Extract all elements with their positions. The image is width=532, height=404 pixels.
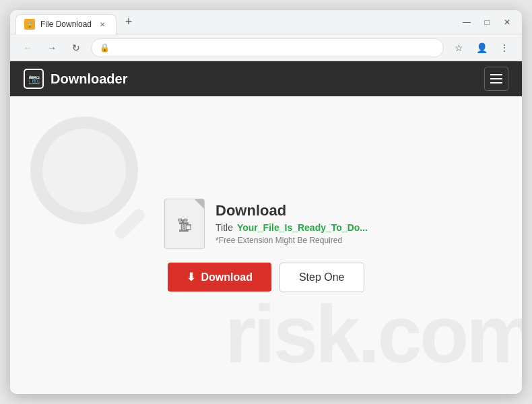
file-title-heading: Download — [215, 202, 368, 220]
window-controls: — □ ✕ — [457, 13, 517, 32]
download-button[interactable]: ⬇ Download — [168, 263, 271, 292]
file-details: Download Title Your_File_Is_Ready_To_Do.… — [215, 202, 368, 245]
file-note: *Free Extension Might Be Required — [215, 236, 368, 245]
step-one-label: Step One — [299, 271, 345, 283]
hamburger-line-2 — [490, 78, 502, 79]
forward-button[interactable]: → — [42, 38, 61, 57]
lock-icon: 🔒 — [100, 43, 110, 53]
button-row: ⬇ Download Step One — [168, 263, 364, 292]
download-icon: ⬇ — [187, 271, 195, 283]
tab-favicon: 🔒 — [24, 19, 35, 30]
tab-title: File Download — [40, 20, 92, 29]
file-icon: 🗜 — [164, 199, 205, 249]
file-info-row: 🗜 Download Title Your_File_Is_Ready_To_D… — [164, 199, 368, 249]
address-bar: ← → ↻ 🔒 ☆ 👤 ⋮ — [10, 34, 522, 61]
app-title: Downloader — [51, 71, 127, 87]
step-one-button[interactable]: Step One — [279, 263, 364, 292]
hamburger-line-3 — [490, 82, 502, 83]
download-button-label: Download — [201, 271, 252, 283]
zip-icon: 🗜 — [177, 217, 192, 235]
app-header: 📷 Downloader — [10, 61, 522, 96]
browser-window: 🔒 File Download ✕ + — □ ✕ ← → ↻ 🔒 ☆ 👤 ⋮ — [10, 10, 522, 394]
camera-icon: 📷 — [24, 69, 44, 89]
main-content: risk.com 🗜 Download Title Your_File_Is_R… — [10, 96, 522, 394]
address-bar-actions: ☆ 👤 ⋮ — [449, 38, 514, 57]
url-bar[interactable]: 🔒 — [91, 38, 444, 57]
title-bar: 🔒 File Download ✕ + — □ ✕ — [10, 10, 522, 34]
download-card: 🗜 Download Title Your_File_Is_Ready_To_D… — [164, 199, 368, 292]
reload-button[interactable]: ↻ — [67, 38, 86, 57]
tab-close-button[interactable]: ✕ — [97, 19, 108, 30]
minimize-button[interactable]: — — [457, 13, 476, 32]
title-label: Title — [215, 222, 233, 233]
file-title-value: Your_File_Is_Ready_To_Do... — [237, 222, 368, 233]
watermark-search-icon — [30, 116, 138, 224]
active-tab[interactable]: 🔒 File Download ✕ — [15, 14, 117, 34]
new-tab-button[interactable]: + — [119, 13, 138, 32]
tab-bar: 🔒 File Download ✕ + — [15, 10, 236, 34]
close-button[interactable]: ✕ — [498, 13, 517, 32]
hamburger-line-1 — [490, 74, 502, 75]
file-title-row: Title Your_File_Is_Ready_To_Do... — [215, 222, 368, 233]
watermark-text: risk.com — [224, 288, 522, 380]
app-logo: 📷 Downloader — [24, 69, 484, 89]
back-button[interactable]: ← — [18, 38, 37, 57]
menu-icon[interactable]: ⋮ — [495, 38, 514, 57]
profile-icon[interactable]: 👤 — [472, 38, 491, 57]
hamburger-menu[interactable] — [484, 67, 508, 91]
bookmark-icon[interactable]: ☆ — [449, 38, 468, 57]
restore-button[interactable]: □ — [477, 13, 496, 32]
